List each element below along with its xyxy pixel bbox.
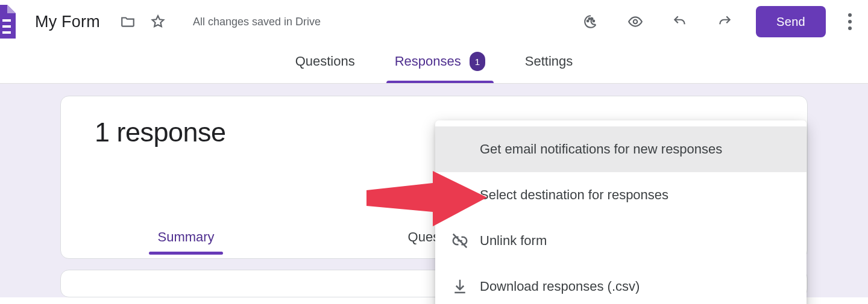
- menu-unlink-form[interactable]: Unlink form: [435, 218, 807, 264]
- theme-icon[interactable]: [577, 8, 604, 35]
- tab-label: Responses: [395, 54, 461, 69]
- menu-download-csv[interactable]: Download responses (.csv): [435, 264, 807, 304]
- forms-logo-icon: [0, 5, 16, 39]
- svg-rect-1: [2, 19, 11, 22]
- menu-item-label: Download responses (.csv): [480, 279, 640, 294]
- form-title[interactable]: My Form: [35, 13, 100, 31]
- responses-count-badge: 1: [470, 52, 485, 71]
- menu-item-label: Unlink form: [480, 233, 547, 249]
- responses-options-menu: Get email notifications for new response…: [435, 120, 807, 304]
- undo-icon[interactable]: [667, 8, 693, 35]
- redo-icon[interactable]: [711, 8, 738, 35]
- star-icon[interactable]: [145, 8, 171, 35]
- preview-icon[interactable]: [622, 8, 649, 35]
- svg-point-9: [593, 20, 595, 22]
- menu-item-label: Get email notifications for new response…: [480, 141, 722, 157]
- subtab-summary[interactable]: Summary: [149, 223, 222, 258]
- tab-label: Settings: [525, 54, 573, 69]
- tab-label: Questions: [295, 54, 355, 69]
- send-button[interactable]: Send: [756, 6, 826, 37]
- unlink-icon: [451, 232, 469, 250]
- topbar: My Form All changes saved in Drive: [0, 0, 868, 43]
- download-icon: [451, 278, 469, 296]
- svg-rect-5: [2, 31, 11, 34]
- svg-rect-3: [2, 25, 11, 28]
- tab-strip: Questions Responses 1 Settings: [0, 43, 868, 84]
- tab-questions[interactable]: Questions: [291, 43, 360, 83]
- tab-responses[interactable]: Responses 1: [390, 43, 490, 83]
- svg-point-7: [589, 18, 591, 20]
- menu-select-destination[interactable]: Select destination for responses: [435, 172, 807, 218]
- svg-point-6: [587, 20, 589, 22]
- tab-settings[interactable]: Settings: [520, 43, 578, 83]
- save-status: All changes saved in Drive: [193, 16, 321, 28]
- menu-item-label: Select destination for responses: [480, 187, 668, 203]
- svg-point-10: [634, 20, 638, 24]
- move-to-folder-icon[interactable]: [115, 8, 141, 35]
- menu-email-notifications[interactable]: Get email notifications for new response…: [435, 126, 807, 172]
- more-options-icon[interactable]: [844, 13, 856, 30]
